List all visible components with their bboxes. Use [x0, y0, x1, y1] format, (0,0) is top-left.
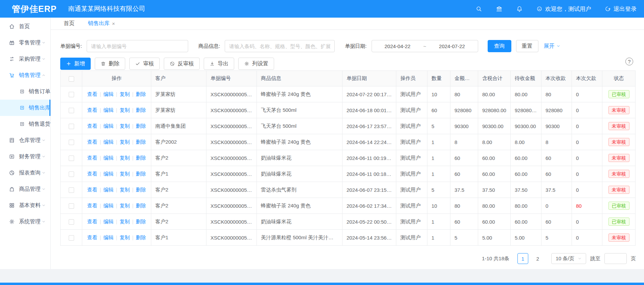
footer-blue-strip — [0, 283, 644, 285]
add-button[interactable]: 新增 — [60, 58, 91, 70]
bell-icon[interactable] — [516, 5, 523, 12]
owed-cell: 0 — [572, 214, 602, 230]
row-checkbox[interactable] — [69, 187, 74, 193]
edit-link[interactable]: 编辑 — [104, 155, 114, 161]
copy-link[interactable]: 复制 — [119, 107, 130, 113]
select-all-checkbox[interactable] — [69, 76, 74, 82]
date-from[interactable]: 2024-04-22 — [372, 43, 423, 49]
sidebar-item-sales[interactable]: 销售管理 — [0, 67, 50, 83]
delete-link[interactable]: 删除 — [136, 171, 146, 177]
audit-button[interactable]: 审核 — [129, 58, 160, 70]
customer-cell: 客户2 — [151, 182, 206, 198]
row-checkbox[interactable] — [69, 92, 74, 97]
delete-link[interactable]: 删除 — [136, 139, 146, 145]
edit-link[interactable]: 编辑 — [104, 123, 114, 129]
row-checkbox[interactable] — [69, 108, 74, 113]
view-link[interactable]: 查看 — [87, 107, 97, 113]
delete-link[interactable]: 删除 — [136, 203, 146, 208]
sidebar-item-purchase[interactable]: 采购管理 — [0, 51, 50, 67]
goods-info-input[interactable] — [225, 40, 335, 52]
tab-home[interactable]: 首页 — [64, 20, 74, 27]
sidebar-item-report[interactable]: 报表查询 — [0, 165, 50, 181]
row-checkbox[interactable] — [69, 156, 74, 161]
row-checkbox[interactable] — [69, 140, 74, 145]
edit-link[interactable]: 编辑 — [104, 219, 114, 224]
row-checkbox[interactable] — [69, 124, 74, 129]
delete-link[interactable]: 删除 — [136, 123, 146, 129]
sidebar-item-sales-outbound[interactable]: 销售出库 — [0, 100, 50, 116]
view-link[interactable]: 查看 — [87, 91, 97, 97]
delete-link[interactable]: 删除 — [136, 107, 146, 113]
edit-link[interactable]: 编辑 — [104, 171, 114, 177]
page-number-1[interactable]: 1 — [517, 253, 528, 264]
reset-button[interactable]: 重置 — [516, 40, 538, 52]
column-settings-button[interactable]: 列设置 — [238, 58, 274, 70]
edit-link[interactable]: 编辑 — [104, 203, 114, 208]
separator: | — [132, 91, 133, 97]
page-size-select[interactable]: 10 条/页 — [551, 253, 586, 264]
sidebar-item-basic[interactable]: 基本资料 — [0, 197, 50, 213]
delete-link[interactable]: 删除 — [136, 155, 146, 161]
view-link[interactable]: 查看 — [87, 123, 97, 129]
copy-link[interactable]: 复制 — [119, 91, 130, 97]
tab-sales-outbound[interactable]: 销售出库× — [88, 20, 115, 27]
edit-link[interactable]: 编辑 — [104, 91, 114, 97]
row-checkbox[interactable] — [69, 235, 74, 241]
bank-icon[interactable] — [496, 5, 503, 12]
help-icon[interactable]: ? — [625, 58, 633, 65]
row-checkbox[interactable] — [69, 171, 74, 177]
bill-no-input[interactable] — [87, 40, 188, 52]
row-checkbox[interactable] — [69, 219, 74, 225]
view-link[interactable]: 查看 — [87, 235, 97, 240]
view-link[interactable]: 查看 — [87, 155, 97, 161]
sidebar-item-home[interactable]: 首页 — [0, 18, 50, 35]
delete-button[interactable]: 删除 — [95, 58, 125, 70]
tab-close-icon[interactable]: × — [112, 21, 115, 26]
page-number-2[interactable]: 2 — [532, 253, 543, 264]
search-button[interactable]: 查询 — [488, 40, 511, 52]
view-link[interactable]: 查看 — [87, 139, 97, 145]
sidebar-item-sales-order[interactable]: 销售订单 — [0, 83, 50, 100]
jump-page-input[interactable] — [604, 253, 627, 264]
copy-link[interactable]: 复制 — [119, 155, 130, 161]
delete-link[interactable]: 删除 — [136, 187, 146, 192]
sidebar-item-warehouse[interactable]: 仓库管理 — [0, 132, 50, 148]
copy-link[interactable]: 复制 — [119, 139, 130, 145]
edit-link[interactable]: 编辑 — [104, 235, 114, 240]
delete-link[interactable]: 删除 — [136, 219, 146, 224]
logout-button[interactable]: 退出登录 — [605, 5, 637, 13]
unaudit-button[interactable]: 反审核 — [164, 58, 200, 70]
export-button[interactable]: 导出 — [204, 58, 234, 70]
edit-link[interactable]: 编辑 — [104, 187, 114, 192]
copy-link[interactable]: 复制 — [119, 219, 130, 224]
date-range-picker[interactable]: 2024-04-22 ~ 2024-07-22 — [372, 40, 478, 52]
view-link[interactable]: 查看 — [87, 203, 97, 208]
view-link[interactable]: 查看 — [87, 219, 97, 224]
delete-link[interactable]: 删除 — [136, 235, 146, 240]
date-to[interactable]: 2024-07-22 — [426, 43, 478, 49]
copy-link[interactable]: 复制 — [119, 171, 130, 177]
edit-link[interactable]: 编辑 — [104, 139, 114, 145]
tax-total-cell: 37.50 — [478, 182, 511, 198]
sidebar-item-sales-return[interactable]: 销售退货 — [0, 116, 50, 132]
welcome-user[interactable]: 欢迎您，测试用户 — [536, 5, 591, 13]
sidebar-item-retail[interactable]: 零售管理 — [0, 35, 50, 51]
expand-link[interactable]: 展开 — [544, 43, 560, 50]
bill-no-cell: XSCK00000005702 — [206, 230, 257, 246]
sidebar-item-system[interactable]: 系统管理 — [0, 213, 50, 230]
sidebar-item-finance[interactable]: 财务管理 — [0, 148, 50, 165]
view-link[interactable]: 查看 — [87, 171, 97, 177]
edit-link[interactable]: 编辑 — [104, 107, 114, 113]
table-row: 查看|编辑|复制|删除罗莱家纺XSCK00000005881飞天茅台 500ml… — [61, 102, 636, 118]
copy-link[interactable]: 复制 — [119, 235, 130, 240]
copy-link[interactable]: 复制 — [119, 123, 130, 129]
column-header-operator: 操作员 — [396, 71, 427, 86]
sidebar-item-goods[interactable]: 商品管理 — [0, 181, 50, 197]
delete-link[interactable]: 删除 — [136, 91, 146, 97]
chevron-down-icon — [42, 138, 46, 142]
copy-link[interactable]: 复制 — [119, 203, 130, 208]
view-link[interactable]: 查看 — [87, 187, 97, 192]
search-icon[interactable] — [475, 5, 482, 12]
row-checkbox[interactable] — [69, 203, 74, 209]
copy-link[interactable]: 复制 — [119, 187, 130, 192]
